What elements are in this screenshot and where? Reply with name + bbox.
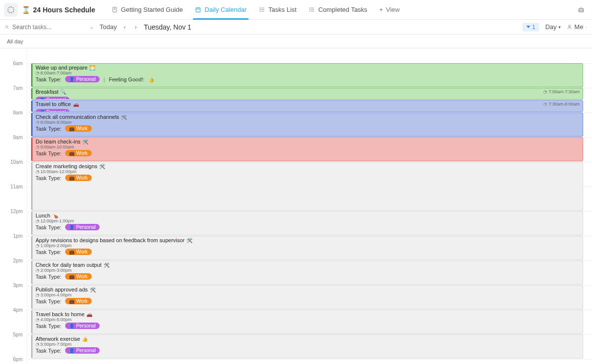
ham-icon <box>82 139 88 145</box>
chevron-down-icon: ▾ <box>558 25 561 30</box>
calendar-event[interactable]: Travel back to home4:00pm-5:00pmTask Typ… <box>31 310 583 334</box>
today-button[interactable]: Today <box>100 23 117 31</box>
calendar-event[interactable]: Apply revisions to designs based on feed… <box>31 236 583 260</box>
tab-label: Completed Tasks <box>318 6 367 13</box>
clock-icon <box>36 243 39 248</box>
event-title: Breakfast <box>36 89 580 95</box>
work-pill: Work <box>65 273 91 280</box>
personal-pill: Personal <box>65 347 99 354</box>
calendar-event[interactable]: Wake up and prepare6:00am-7:00amTask Typ… <box>31 63 583 87</box>
clock-icon <box>543 102 547 107</box>
add-view-button[interactable]: + View <box>374 6 405 13</box>
event-title-text: Create marketing designs <box>36 163 97 169</box>
svg-point-17 <box>309 9 310 10</box>
event-time: 10:00am-12:00pm <box>36 169 580 174</box>
chicken-icon <box>52 213 58 218</box>
task-type-label: Task Type: <box>36 323 61 329</box>
event-title: Lunch <box>36 213 580 218</box>
personal-pill: Personal <box>65 323 99 329</box>
svg-rect-3 <box>196 8 200 12</box>
list-icon <box>308 6 315 13</box>
hour-label: 11am <box>10 184 23 189</box>
filter-chip[interactable]: 1 <box>522 23 540 32</box>
event-time: 9:00am-10:00am <box>36 145 580 149</box>
calendar-event[interactable]: Publish approved ads3:00pm-4:00pmTask Ty… <box>31 285 583 309</box>
clock-icon <box>36 268 39 273</box>
event-title: Create marketing designs <box>36 163 580 169</box>
personal-pill: Personal <box>65 224 99 230</box>
clock-icon <box>36 292 39 297</box>
tab-label: Getting Started Guide <box>121 6 183 13</box>
events-column[interactable]: Wake up and prepare6:00am-7:00amTask Typ… <box>27 48 592 364</box>
calendar-event[interactable]: Check all communication channels8:00am-9… <box>31 112 583 137</box>
view-mode-select[interactable]: Day ▾ <box>545 23 561 31</box>
search-wrap[interactable]: ⌄ <box>5 24 94 31</box>
work-pill: Work <box>65 249 91 255</box>
event-meta: Personal <box>36 109 70 112</box>
tab-completed-tasks[interactable]: Completed Tasks <box>303 0 372 20</box>
filter-count: 1 <box>532 24 536 31</box>
allday-label: All day <box>0 35 27 48</box>
calendar-event[interactable]: Check for daily team output2:00pm-3:00pm… <box>31 260 583 285</box>
next-day-button[interactable]: › <box>133 22 139 32</box>
event-title: Travel back to home <box>36 311 580 317</box>
briefcase-icon <box>69 175 74 181</box>
automation-button[interactable] <box>574 3 588 17</box>
event-title-text: Check for daily team output <box>36 262 102 268</box>
assignee-select[interactable]: Me · <box>567 23 587 31</box>
event-title-text: Publish approved ads <box>36 287 88 292</box>
event-meta: Task Type:Work <box>36 175 580 181</box>
event-title: Afterwork exercise <box>36 336 580 342</box>
svg-point-18 <box>309 11 310 11</box>
tab-tasks-list[interactable]: Tasks List <box>254 0 301 20</box>
tab-daily-calendar[interactable]: Daily Calendar <box>190 0 252 20</box>
calendar-event[interactable]: Do team check-ins9:00am-10:00amTask Type… <box>31 137 583 161</box>
hour-label: 2pm <box>13 258 23 263</box>
event-meta: Task Type:Work <box>36 150 580 156</box>
task-type-label: Task Type: <box>36 126 61 132</box>
event-time: 3:00pm-4:00pm <box>36 292 580 297</box>
hour-label: 9am <box>13 135 23 140</box>
ham-icon <box>99 163 105 169</box>
event-time: 7:00am-7:30am <box>543 89 580 94</box>
ham-icon <box>186 237 192 243</box>
clock-icon <box>36 317 39 322</box>
event-title-text: Do team check-ins <box>36 139 80 145</box>
ham-icon <box>104 262 110 268</box>
event-meta: Task Type:Work <box>36 249 580 255</box>
search-input[interactable] <box>12 24 86 31</box>
calendar-event[interactable]: Create marketing designs10:00am-12:00pmT… <box>31 162 583 211</box>
personal-pill: Personal <box>36 97 70 100</box>
workspace-title[interactable]: 24 Hours Schedule <box>22 6 95 14</box>
prev-day-button[interactable]: ‹ <box>122 22 128 32</box>
svg-point-20 <box>580 10 580 10</box>
hour-label: 6pm <box>13 357 23 362</box>
calendar-event[interactable]: Travel to office 7:30am-8:00amPersonal <box>31 100 583 112</box>
event-meta: Task Type:Work <box>36 298 580 304</box>
work-pill: Work <box>65 125 91 132</box>
thumb-icon <box>148 76 154 82</box>
event-time: 1:00pm-2:00pm <box>36 243 580 248</box>
app-menu-button[interactable] <box>4 3 18 17</box>
calendar-event[interactable]: Lunch12:00pm-1:00pmTask Type:Personal <box>31 211 583 235</box>
event-time: 7:30am-8:00am <box>543 102 580 107</box>
event-time: 4:00pm-5:00pm <box>36 317 580 322</box>
task-type-label: Task Type: <box>36 175 61 181</box>
task-type-label: Task Type: <box>36 249 61 255</box>
hour-label: 8am <box>13 110 23 115</box>
task-type-label: Task Type: <box>36 224 61 230</box>
ham-icon <box>90 287 96 292</box>
task-type-label: Task Type: <box>36 274 61 280</box>
chevron-down-icon[interactable]: ⌄ <box>89 24 94 30</box>
event-meta: Task Type:Personal <box>36 224 580 230</box>
briefcase-icon <box>69 249 74 255</box>
workspace-title-text: 24 Hours Schedule <box>33 6 95 14</box>
feeling-good-label: Feeling Good!: <box>109 76 145 82</box>
tab-getting-started[interactable]: Getting Started Guide <box>106 0 188 20</box>
calendar-event[interactable]: Afterwork exercise5:00pm-7:00pmTask Type… <box>31 334 583 359</box>
allday-lane[interactable] <box>27 35 592 48</box>
calendar-event[interactable]: Breakfast 7:00am-7:30amPersonal <box>31 88 583 100</box>
hour-label: 5pm <box>13 332 23 337</box>
date-nav: Today ‹ › Tuesday, Nov 1 <box>100 22 191 32</box>
event-title-text: Travel to office <box>36 101 71 107</box>
